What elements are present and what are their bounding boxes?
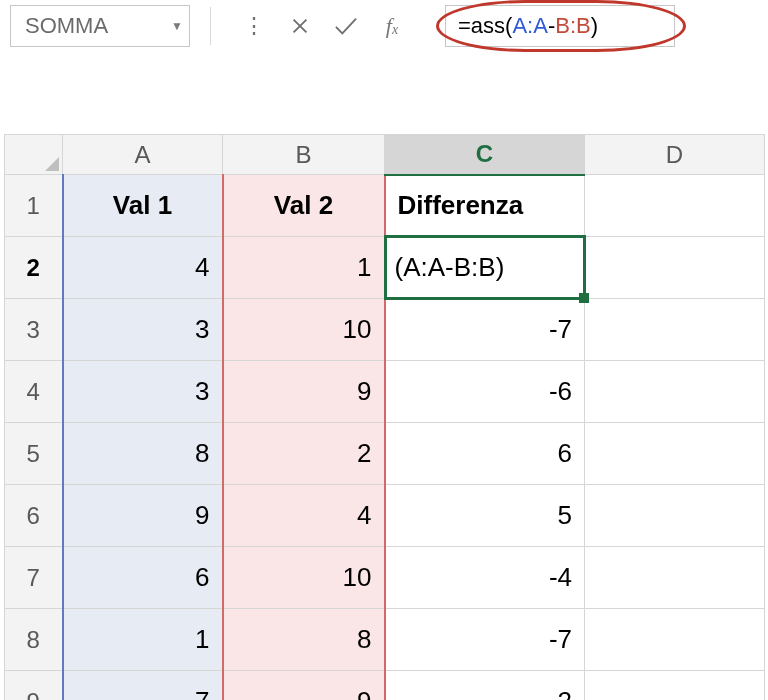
cell[interactable]: 6 [385,423,585,485]
table-row: 7 6 10 -4 [5,547,765,609]
row-header[interactable]: 4 [5,361,63,423]
cell[interactable]: 9 [63,485,223,547]
cell[interactable]: Val 1 [63,175,223,237]
column-header[interactable]: A [63,135,223,175]
cell[interactable]: -4 [385,547,585,609]
spreadsheet-grid: A B C D 1 Val 1 Val 2 Differenza 2 4 1 (… [4,134,765,700]
row-header[interactable]: 8 [5,609,63,671]
name-box[interactable]: SOMMA ▼ [10,5,190,47]
table-row: 3 3 10 -7 [5,299,765,361]
row-header[interactable]: 9 [5,671,63,701]
column-header-active[interactable]: C [385,135,585,175]
cell[interactable]: 6 [63,547,223,609]
column-header[interactable]: D [585,135,765,175]
cell[interactable]: 10 [223,547,385,609]
row-header[interactable]: 1 [5,175,63,237]
active-cell[interactable]: (A:A-B:B) [385,237,585,299]
cell[interactable]: 7 [63,671,223,701]
cell[interactable]: Val 2 [223,175,385,237]
cell[interactable]: 8 [63,423,223,485]
dots-icon[interactable]: ⋮ [231,5,277,47]
table-row: 9 7 9 -2 [5,671,765,701]
row-header[interactable]: 7 [5,547,63,609]
cell[interactable]: 8 [223,609,385,671]
table-row: 4 3 9 -6 [5,361,765,423]
cell[interactable]: -2 [385,671,585,701]
row-header[interactable]: 3 [5,299,63,361]
cell[interactable]: Differenza [385,175,585,237]
cell[interactable]: 5 [385,485,585,547]
cell[interactable]: 10 [223,299,385,361]
cell[interactable]: 3 [63,361,223,423]
formula-input[interactable]: =ass(A:A-B:B) [445,5,675,47]
cell[interactable]: 3 [63,299,223,361]
row-header[interactable]: 5 [5,423,63,485]
cell[interactable]: 4 [63,237,223,299]
cell[interactable] [585,547,765,609]
column-header-row: A B C D [5,135,765,175]
formula-rparen: ) [591,13,598,39]
chevron-down-icon[interactable]: ▼ [171,19,183,33]
name-box-text: SOMMA [25,13,108,39]
cell[interactable] [585,299,765,361]
row-header-active[interactable]: 2 [5,237,63,299]
cell[interactable] [585,423,765,485]
cell[interactable] [585,361,765,423]
cell[interactable]: -7 [385,609,585,671]
table-row: 6 9 4 5 [5,485,765,547]
table-row: 5 8 2 6 [5,423,765,485]
cell[interactable]: -6 [385,361,585,423]
spacer [0,52,768,134]
cell[interactable]: -7 [385,299,585,361]
formula-lparen: ( [505,13,512,39]
table-row: 2 4 1 (A:A-B:B) [5,237,765,299]
cell[interactable] [585,175,765,237]
fx-icon[interactable]: fx [369,5,415,47]
active-cell-text: (A:A-B:B) [395,252,505,283]
column-header[interactable]: B [223,135,385,175]
cell[interactable]: 9 [223,361,385,423]
confirm-icon[interactable] [323,5,369,47]
fill-handle[interactable] [579,293,589,303]
formula-minus: - [548,13,555,39]
cell[interactable] [585,671,765,701]
formula-prefix: =ass [458,13,505,39]
select-all-corner[interactable] [5,135,63,175]
table-row: 1 Val 1 Val 2 Differenza [5,175,765,237]
row-header[interactable]: 6 [5,485,63,547]
cell[interactable]: 1 [63,609,223,671]
cell[interactable]: 4 [223,485,385,547]
cell[interactable]: 1 [223,237,385,299]
cell[interactable]: 2 [223,423,385,485]
table-row: 8 1 8 -7 [5,609,765,671]
cell[interactable]: 9 [223,671,385,701]
cell[interactable] [585,485,765,547]
separator [210,7,211,45]
formula-bar: SOMMA ▼ ⋮ fx =ass(A:A-B:B) [0,0,768,52]
formula-range-b: B:B [555,13,590,39]
formula-range-a: A:A [512,13,547,39]
cell[interactable] [585,237,765,299]
cancel-icon[interactable] [277,5,323,47]
cell[interactable] [585,609,765,671]
